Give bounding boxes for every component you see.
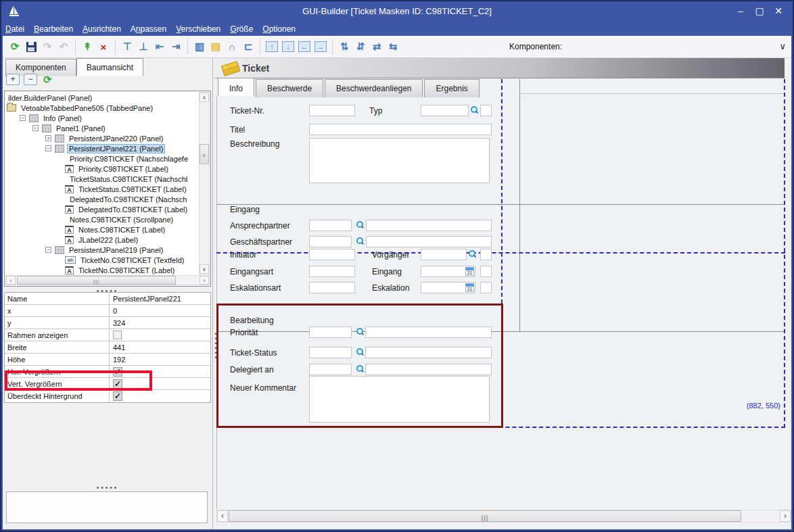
align-top-icon[interactable]: ⊤ [120,39,135,54]
tree-vertical-scrollbar[interactable]: ∧ ≡ ∨ [199,92,210,274]
undo-icon[interactable]: ↶ [56,39,71,54]
ansprechpartner-lookup-icon[interactable] [356,221,364,229]
save-icon[interactable] [24,39,39,54]
distribute-vertical-icon[interactable]: ▥ [192,39,207,54]
tree-item[interactable]: TicketStatus.C98TICKET (Nachschl [5,174,198,184]
vorgaenger-field[interactable] [421,249,467,260]
komponenten-combobox[interactable]: ∨ [562,39,791,54]
collapse-icon[interactable]: − [20,115,26,121]
scroll-right-icon[interactable]: › [780,510,791,522]
close-button[interactable]: ✕ [772,5,785,16]
move-up-icon[interactable]: ↑ [266,41,278,52]
typ-field[interactable] [421,105,469,116]
align-left-icon[interactable]: ⇤ [152,39,167,54]
collapse-icon[interactable]: − [45,247,51,253]
beschreibung-field[interactable] [309,138,490,183]
vorgaenger-small-field[interactable] [480,249,492,260]
menu-item-datei[interactable]: Datei [5,24,24,34]
typ-small-field[interactable] [480,105,492,116]
same-width-icon[interactable]: ∩ [225,39,239,54]
tree-item[interactable]: abTicketNo.C98TICKET (Textfeld) [5,255,198,265]
menu-item-ausrichten[interactable]: Ausrichten [83,24,121,34]
distribute-horizontal-icon[interactable]: ▤ [208,39,223,54]
scroll-up-icon[interactable]: ∧ [200,93,209,102]
tree-item[interactable]: +PersistentJPanel220 (Panel) [5,133,198,143]
expand-icon[interactable]: + [45,135,51,141]
menu-item-verschieben[interactable]: Verschieben [176,24,220,34]
canvas-horizontal-scrollbar[interactable]: ‹ ||| › [216,510,791,523]
typ-lookup-icon[interactable] [470,106,478,114]
tree-item[interactable]: ilder.BuilderPanel (Panel) [5,93,198,103]
property-value[interactable]: 324 [110,319,125,327]
tree-structure-icon[interactable]: ↟ [80,39,95,54]
tree-collapse-button[interactable]: − [24,74,37,85]
menu-item-optionen[interactable]: Optionen [262,24,296,34]
tree-item[interactable]: APriority.C98TICKET (Label) [5,164,198,174]
checkbox-checked[interactable]: ✓ [113,391,122,401]
geschaeftspartner-field[interactable] [309,236,352,247]
menu-item-bearbeiten[interactable]: Bearbeiten [34,24,73,34]
minimize-button[interactable]: – [734,5,747,16]
tree-item[interactable]: −PersistentJPanel219 (Panel) [5,245,198,255]
tree-refresh-icon[interactable]: ⟳ [43,74,52,86]
tree-item[interactable]: −Info (Panel) [5,113,198,123]
menu-item-anpassen[interactable]: Anpassen [131,24,166,34]
same-height-icon[interactable]: ⊏ [241,39,256,54]
tree-vscroll-thumb[interactable]: ≡ [200,144,209,164]
ansprechpartner-field[interactable] [309,220,352,231]
tree-item[interactable]: Priority.C98TICKET (Nachschlagefe [5,153,198,164]
maximize-button[interactable]: ▢ [753,5,766,16]
eskalation-calendar-icon[interactable]: 31 [465,283,474,292]
tree-horizontal-scrollbar[interactable]: ‹ ||| › [5,275,210,285]
property-value[interactable]: 192 [110,356,125,364]
property-value[interactable]: PersistentJPanel221 [110,295,181,303]
ansprechpartner-name-field[interactable] [366,220,492,231]
vertical-splitter-handle[interactable]: •••••• [214,332,218,360]
geschaeftspartner-lookup-icon[interactable] [356,237,364,245]
tree-hscroll-thumb[interactable]: ||| [17,276,176,285]
form-tab-beschwerde[interactable]: Beschwerde [256,79,323,97]
fit-height-icon[interactable]: ⇵ [353,39,368,54]
scroll-left-icon[interactable]: ‹ [217,510,228,522]
form-tab-ergebnis[interactable]: Ergebnis [424,79,479,97]
initiator-field[interactable] [309,249,355,260]
tree-item[interactable]: VetoableTabbedPane505 (TabbedPane) [5,103,198,113]
move-left-icon[interactable]: ← [298,41,310,52]
redo-icon[interactable]: ↷ [40,39,55,54]
chevron-down-icon[interactable]: ∨ [779,41,786,51]
tree-item[interactable]: ATicketStatus.C98TICKET (Label) [5,184,198,194]
tree-item[interactable]: −PersistentJPanel221 (Panel) [5,143,198,153]
collapse-icon[interactable]: − [32,125,39,131]
fit-width-icon[interactable]: ⇆ [386,39,400,54]
eskalationsart-field[interactable] [309,282,355,293]
scroll-right-icon[interactable]: › [200,276,209,285]
property-value[interactable]: 0 [110,307,117,315]
bottom-splitter-handle[interactable]: ••••• [3,484,212,491]
refresh-icon[interactable]: ⟳ [7,39,22,54]
tree-item[interactable]: AJLabel222 (Label) [5,235,198,245]
eskalation-small-field[interactable] [480,282,492,293]
menu-item-größe[interactable]: Größe [230,24,253,34]
vorgaenger-lookup-icon[interactable] [468,250,476,258]
resize-height-icon[interactable]: ⇅ [337,39,352,54]
scroll-left-icon[interactable]: ‹ [6,276,16,285]
tree-expand-button[interactable]: + [6,74,20,85]
tree-item[interactable]: ANotes.C98TICKET (Label) [5,224,198,235]
align-bottom-icon[interactable]: ⊥ [136,39,151,54]
move-right-icon[interactable]: → [314,41,327,52]
eingangsart-field[interactable] [309,266,355,277]
checkbox-unchecked[interactable] [113,331,122,339]
align-right-icon[interactable]: ⇥ [168,39,183,54]
tree-item[interactable]: DelegatedTo.C98TICKET (Nachsch [5,194,198,204]
ticket-nr-field[interactable] [309,105,355,116]
tree-item[interactable]: ADelegatedTo.C98TICKET (Label) [5,204,198,214]
tree-item[interactable]: −Panel1 (Panel) [5,123,198,133]
tab-baumansicht[interactable]: Baumansicht [76,58,143,76]
collapse-icon[interactable]: − [45,145,51,151]
scroll-down-icon[interactable]: ∨ [200,264,209,274]
resize-width-icon[interactable]: ⇄ [369,39,384,54]
tree-item[interactable]: ATicketNo.C98TICKET (Label) [5,265,198,275]
form-tab-beschwerdeanliegen[interactable]: Beschwerdeanliegen [325,79,423,97]
geschaeftspartner-name-field[interactable] [366,236,492,247]
form-tab-info[interactable]: Info [218,78,254,96]
